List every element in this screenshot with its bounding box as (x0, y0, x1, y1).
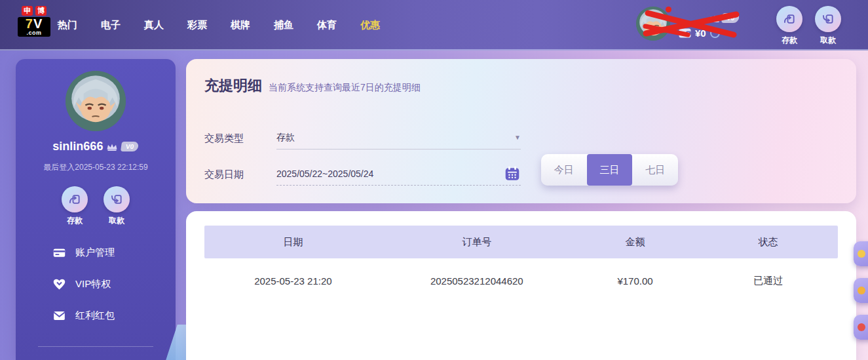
float-gift-button[interactable] (854, 278, 868, 303)
nav-item-promotions[interactable]: 优惠 (360, 19, 380, 31)
header-avatar[interactable] (636, 7, 670, 41)
transaction-date-label: 交易日期 (204, 169, 244, 181)
records-table-card: 日期 订单号 金额 状态 2025-05-23 21:20 2025052321… (186, 211, 856, 360)
logo-com-text: .com (19, 30, 49, 35)
site-logo[interactable]: 申 博 7V .com (18, 6, 50, 37)
cell-order-no: 20250523212044620 (382, 275, 572, 287)
col-header-date: 日期 (204, 236, 382, 249)
bank-card-icon (52, 246, 66, 260)
withdraw-label: 取款 (820, 35, 836, 46)
wallet-balance[interactable]: ¥0 (679, 28, 720, 39)
float-service-button[interactable] (854, 241, 868, 266)
withdraw-icon (815, 6, 841, 32)
table-row[interactable]: 2025-05-23 21:20 20250523212044620 ¥170.… (204, 258, 838, 303)
red-packet-icon (858, 323, 865, 331)
avatar-image (636, 7, 670, 41)
withdraw-label: 取款 (109, 215, 124, 226)
col-header-status: 状态 (698, 236, 838, 249)
sidebar-menu: 账户管理 VIP特权 红利红包 (52, 246, 176, 323)
sidebar-withdraw-button[interactable]: 取款 (102, 186, 132, 226)
nav-item-board-games[interactable]: 棋牌 (231, 19, 250, 31)
top-nav-bar: 申 博 7V .com 热门 电子 真人 彩票 棋牌 捕鱼 体育 优惠 (0, 0, 868, 50)
nav-item-sports[interactable]: 体育 (317, 19, 337, 31)
range-7day-button[interactable]: 七日 (632, 154, 678, 186)
transaction-date-input[interactable]: 2025/05/22~2025/05/24 (276, 162, 521, 186)
deposit-icon (62, 186, 88, 212)
sidebar-item-vip[interactable]: VIP特权 (52, 277, 176, 291)
logo-main: 7V .com (18, 17, 50, 37)
wallet-icon (679, 28, 691, 38)
float-redpacket-button[interactable] (854, 315, 868, 340)
logo-badge-bo: 博 (35, 6, 47, 16)
nav-item-live[interactable]: 真人 (144, 19, 164, 31)
vip-heart-icon (52, 277, 66, 291)
service-icon (858, 250, 865, 258)
col-header-order-no: 订单号 (382, 236, 572, 249)
nav-item-slots[interactable]: 电子 (101, 19, 121, 31)
calendar-icon[interactable] (504, 165, 521, 182)
deposit-icon (776, 6, 802, 32)
page-title: 充提明细 (204, 76, 262, 96)
logo-7v-text: 7V (19, 18, 49, 30)
vip-level-label: V0 (721, 13, 740, 23)
sidebar-divider (38, 346, 153, 347)
transaction-type-value: 存款 (276, 132, 295, 144)
logo-badge-shen: 申 (22, 6, 33, 16)
header-vip-badge[interactable]: V0 (709, 13, 739, 23)
sidebar-item-label: 账户管理 (75, 247, 115, 259)
sidebar-actions: 存款 取款 (16, 186, 176, 226)
deposit-label: 存款 (67, 215, 83, 226)
sidebar-item-label: VIP特权 (75, 278, 111, 290)
sidebar-item-bonus[interactable]: 红利红包 (52, 309, 176, 323)
nav-item-lottery[interactable]: 彩票 (187, 19, 207, 31)
filter-card: 充提明细 当前系统支持查询最近7日的充提明细 交易类型 存款 ▼ 交易日期 20… (186, 59, 856, 203)
date-range-group: 今日 三日 七日 (541, 154, 678, 186)
user-sidebar: sinlin666 V0 最后登入2025-05-23 22:12:59 存款 (16, 59, 176, 360)
main-nav: 热门 电子 真人 彩票 棋牌 捕鱼 体育 优惠 (58, 0, 380, 50)
header-withdraw-button[interactable]: 取款 (813, 6, 843, 46)
page-subtitle: 当前系统支持查询最近7日的充提明细 (269, 82, 421, 94)
sidebar-item-account[interactable]: 账户管理 (52, 246, 176, 260)
cell-date: 2025-05-23 21:20 (204, 275, 382, 287)
range-today-button[interactable]: 今日 (541, 154, 587, 186)
last-login-text: 最后登入2025-05-23 22:12:59 (16, 162, 176, 173)
cell-amount: ¥170.00 (572, 275, 698, 287)
title-row: 充提明细 当前系统支持查询最近7日的充提明细 (204, 76, 421, 96)
nav-item-fishing[interactable]: 捕鱼 (274, 19, 293, 31)
crown-icon (106, 142, 118, 151)
balance-amount: ¥0 (695, 28, 706, 39)
nav-item-hot[interactable]: 热门 (58, 19, 77, 31)
sidebar-item-label: 红利红包 (75, 310, 115, 322)
sidebar-avatar[interactable] (66, 71, 126, 131)
red-packet-envelope-icon (52, 309, 66, 323)
col-header-amount: 金额 (572, 236, 698, 249)
deposit-label: 存款 (782, 35, 797, 46)
sidebar-deposit-button[interactable]: 存款 (60, 186, 90, 226)
withdraw-icon (104, 186, 130, 212)
table-header-row: 日期 订单号 金额 状态 (204, 226, 838, 258)
gift-icon (858, 287, 865, 294)
avatar-image (66, 71, 126, 131)
range-3day-button[interactable]: 三日 (587, 154, 633, 186)
status-badge: 已通过 (698, 275, 838, 287)
transaction-type-label: 交易类型 (204, 132, 244, 145)
header-actions: 存款 取款 (774, 6, 843, 46)
crown-icon (709, 14, 721, 23)
vip-level-label: V0 (121, 142, 139, 151)
username: sinlin666 (52, 140, 103, 153)
refresh-balance-icon[interactable] (710, 28, 720, 38)
transaction-date-value: 2025/05/22~2025/05/24 (276, 169, 373, 179)
header-deposit-button[interactable]: 存款 (774, 6, 804, 46)
chevron-down-icon: ▼ (514, 134, 521, 141)
sidebar-user-row: sinlin666 V0 (16, 140, 176, 153)
transaction-type-select[interactable]: 存款 ▼ (276, 126, 521, 150)
logo-badges: 申 博 (18, 6, 50, 16)
page-background: 申 博 7V .com 热门 电子 真人 彩票 棋牌 捕鱼 体育 优惠 (0, 0, 868, 360)
notification-dot (666, 7, 671, 12)
